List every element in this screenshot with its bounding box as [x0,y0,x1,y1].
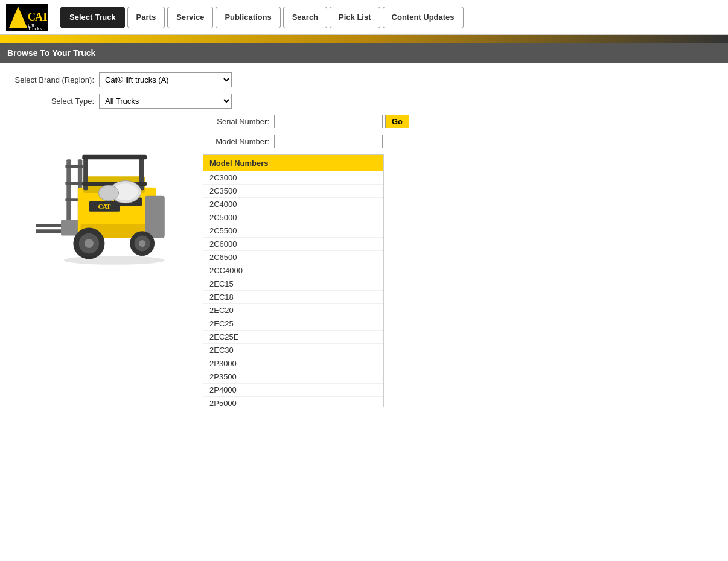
list-item[interactable]: 2EC25 [203,317,383,331]
list-item[interactable]: 2C6500 [203,251,383,264]
browse-header: Browse To Your Truck [0,43,728,63]
list-item[interactable]: 2P3500 [203,370,383,384]
svg-point-34 [64,256,165,265]
model-label: Model Number: [203,137,269,146]
content-area: CAT Serial Number: [10,115,718,407]
model-numbers-container: Model Numbers 2C30002C35002C40002C50002C… [203,154,384,407]
svg-text:CAT: CAT [28,11,48,23]
list-item[interactable]: 2C6000 [203,238,383,251]
list-item[interactable]: 2EC20 [203,304,383,317]
tab-service[interactable]: Service [167,7,213,28]
svg-rect-19 [82,155,147,159]
yellow-gradient-bar [0,35,728,43]
tab-publications[interactable]: Publications [216,7,280,28]
list-item[interactable]: 2EC15 [203,277,383,291]
list-item[interactable]: 2EC30 [203,344,383,357]
list-item[interactable]: 2P5000 [203,397,383,407]
svg-rect-10 [65,182,83,185]
list-item[interactable]: 2EC18 [203,291,383,304]
svg-rect-15 [145,196,164,238]
tab-select-truck[interactable]: Select Truck [60,7,125,28]
main-nav: Select Truck Parts Service Publications … [60,0,466,34]
main-content: Select Brand (Region): Cat® lift trucks … [0,63,728,417]
list-item[interactable]: 2P4000 [203,384,383,397]
list-item[interactable]: 2P3000 [203,357,383,370]
brand-select[interactable]: Cat® lift trucks (A) Cat® lift trucks (B… [99,72,232,87]
tab-search[interactable]: Search [283,7,327,28]
right-panel: Serial Number: Go Model Number: Model Nu… [203,115,718,407]
svg-point-27 [85,239,94,248]
brand-row: Select Brand (Region): Cat® lift trucks … [10,72,718,87]
svg-rect-9 [65,165,83,168]
browse-title: Browse To Your Truck [7,48,95,58]
model-numbers-header: Model Numbers [203,155,383,171]
tab-content-updates[interactable]: Content Updates [383,7,464,28]
cat-logo-icon: CAT Lift Trucks [6,4,48,31]
forklift-image: CAT [10,115,191,407]
svg-text:CAT: CAT [98,203,111,210]
model-number-input[interactable] [274,135,383,148]
svg-point-33 [98,185,118,201]
go-button[interactable]: Go [385,115,409,128]
forklift-svg: CAT [22,115,179,271]
type-select[interactable]: All Trucks Electric Rider Internal Combu… [99,94,232,109]
svg-text:Trucks: Trucks [28,26,42,31]
type-label: Select Type: [10,97,94,106]
list-item[interactable]: 2C3000 [203,171,383,185]
list-item[interactable]: 2CC4000 [203,264,383,277]
serial-number-row: Serial Number: Go [203,115,718,128]
list-item[interactable]: 2C3500 [203,185,383,198]
model-number-row: Model Number: [203,135,718,148]
tab-pick-list[interactable]: Pick List [330,7,380,28]
logo-area: CAT Lift Trucks [6,4,48,31]
header: CAT Lift Trucks Select Truck Parts Servi… [0,0,728,35]
list-item[interactable]: 2C5500 [203,224,383,238]
list-item[interactable]: 2EC25E [203,331,383,344]
serial-label: Serial Number: [203,117,269,126]
svg-point-30 [139,240,145,247]
model-numbers-list[interactable]: 2C30002C35002C40002C50002C55002C60002C65… [203,171,383,407]
list-item[interactable]: 2C5000 [203,211,383,224]
type-row: Select Type: All Trucks Electric Rider I… [10,94,718,109]
serial-number-input[interactable] [274,115,383,128]
brand-label: Select Brand (Region): [10,75,94,84]
tab-parts[interactable]: Parts [127,7,165,28]
list-item[interactable]: 2C4000 [203,198,383,211]
